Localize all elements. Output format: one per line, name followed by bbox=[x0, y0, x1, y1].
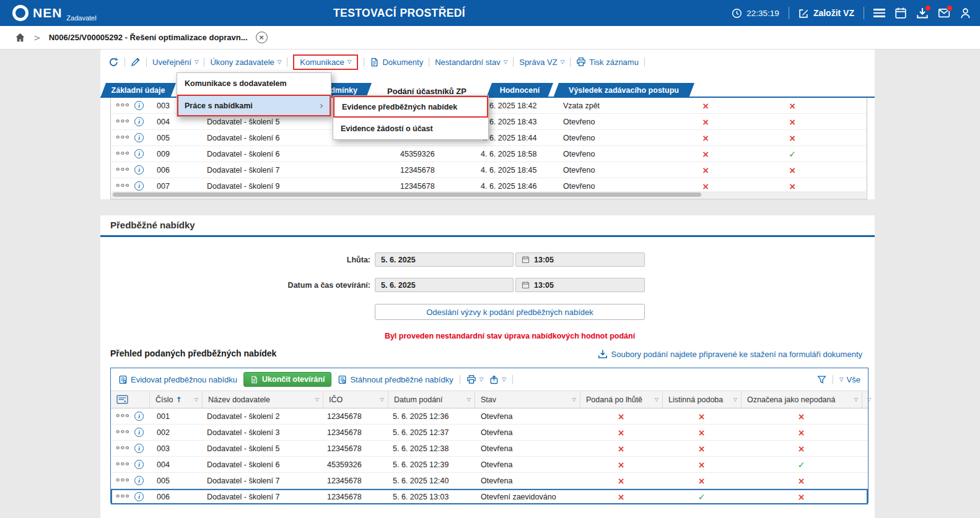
filter-icon[interactable]: ▽ bbox=[569, 397, 576, 402]
row-menu-icon[interactable]: ooo bbox=[116, 101, 130, 108]
menu-sprava-vz[interactable]: Správa VZ▽ bbox=[519, 58, 564, 67]
cell-date: 5. 6. 2025 12:36 bbox=[393, 408, 448, 424]
cell-number: 005 bbox=[157, 473, 170, 488]
close-record-icon[interactable]: × bbox=[256, 32, 268, 43]
filter-icon[interactable]: ▽ bbox=[463, 397, 471, 402]
calendar-button[interactable] bbox=[895, 7, 907, 19]
table-row[interactable]: ooo i 004 Dodavatel - školení 6 45359326… bbox=[111, 457, 868, 473]
sort-asc-icon[interactable]: ↑ bbox=[175, 395, 182, 404]
filter-icon[interactable]: ▽ bbox=[312, 397, 319, 402]
col-header-datum[interactable]: Datum podání▽ bbox=[388, 391, 475, 408]
row-menu-icon[interactable]: ooo bbox=[116, 428, 130, 434]
info-icon[interactable]: i bbox=[134, 460, 144, 469]
col-header-oznacena[interactable]: Označena jako nepodaná▽ bbox=[741, 391, 862, 408]
info-icon[interactable]: i bbox=[134, 444, 144, 453]
tab-hodnoceni[interactable]: Hodnocení bbox=[486, 83, 553, 98]
nen-logo[interactable]: NEN Zadavatel bbox=[12, 0, 97, 26]
column-settings-button[interactable] bbox=[111, 391, 149, 408]
info-icon[interactable]: i bbox=[134, 117, 144, 126]
row-menu-icon[interactable]: ooo bbox=[116, 134, 130, 140]
col-header-cislo[interactable]: Číslo↑▽ bbox=[149, 391, 202, 408]
stahnout-nabidky-button[interactable]: Stáhnout předběžné nabídky bbox=[338, 375, 453, 384]
table-row-selected[interactable]: ooo i 006 Dodavatel - školení 7 12345678… bbox=[111, 489, 868, 505]
row-menu-icon[interactable]: ooo bbox=[116, 444, 130, 451]
row-menu-icon[interactable]: ooo bbox=[116, 150, 130, 156]
info-icon[interactable]: i bbox=[134, 428, 144, 437]
tab-zakladni-udaje[interactable]: Základní údaje bbox=[100, 83, 176, 98]
info-icon[interactable]: i bbox=[134, 181, 144, 191]
filter-icon[interactable]: ▽ bbox=[851, 397, 858, 402]
cell-notsubmitted-flag: × bbox=[741, 489, 862, 504]
table-row[interactable]: ooo i 009 Dodavatel - školení 6 45359326… bbox=[111, 146, 867, 162]
downloads-button[interactable] bbox=[916, 7, 929, 19]
filter-icon[interactable]: ▽ bbox=[651, 397, 658, 402]
info-icon[interactable]: i bbox=[134, 476, 144, 485]
table-row[interactable]: ooo i 005 Dodavatel - školení 7 12345678… bbox=[111, 473, 868, 489]
row-menu-icon[interactable]: ooo bbox=[116, 182, 130, 188]
view-all-selector[interactable]: ▽ Vše bbox=[839, 375, 860, 384]
send-call-button[interactable]: Odeslání výzvy k podání předběžných nabí… bbox=[375, 304, 645, 320]
row-menu-icon[interactable]: ooo bbox=[116, 493, 130, 499]
col-header-stav[interactable]: Stav▽ bbox=[475, 391, 580, 408]
info-icon[interactable]: i bbox=[134, 492, 144, 501]
create-vz-button[interactable]: Založit VZ bbox=[798, 8, 854, 19]
filter-icon[interactable]: ▽ bbox=[191, 397, 198, 402]
scrollbar-thumb[interactable] bbox=[113, 192, 701, 197]
table-row[interactable]: ooo i 005 Dodavatel - školení 6 4. 6. 20… bbox=[111, 130, 867, 146]
menu-uverejneni[interactable]: Uveřejnění▽ bbox=[152, 58, 198, 67]
info-icon[interactable]: i bbox=[134, 101, 144, 110]
filter-button[interactable] bbox=[817, 375, 826, 384]
filter-icon[interactable]: ▽ bbox=[730, 397, 737, 402]
export-button[interactable]: ▽ bbox=[489, 375, 506, 384]
deadline-time-field[interactable]: 13:05 bbox=[515, 253, 645, 267]
refresh-button[interactable] bbox=[108, 57, 119, 67]
row-menu-icon[interactable]: ooo bbox=[116, 118, 130, 124]
evidovat-nabidku-button[interactable]: Evidovat předběžnou nabídku bbox=[118, 375, 237, 384]
horizontal-scrollbar[interactable] bbox=[112, 191, 866, 198]
menu-item-evidence-zadosti-o-ucast[interactable]: Evidence žádostí o účast bbox=[333, 118, 488, 139]
table-row[interactable]: ooo i 002 Dodavatel - školení 3 12345678… bbox=[111, 425, 868, 441]
row-menu-icon[interactable]: ooo bbox=[116, 412, 130, 418]
menu-ukony-zadavatele[interactable]: Úkony zadavatele▽ bbox=[210, 58, 281, 67]
col-header-tail[interactable]: ▽ bbox=[862, 391, 868, 408]
menu-item-evidence-predbeznych-nabidek[interactable]: Evidence předběžných nabídek bbox=[333, 96, 488, 118]
col-header-ico[interactable]: IČO▽ bbox=[323, 391, 388, 408]
menu-nestandardni-stav[interactable]: Nestandardní stav▽ bbox=[435, 58, 507, 67]
messages-button[interactable] bbox=[938, 7, 950, 19]
profile-button[interactable] bbox=[960, 7, 971, 19]
filter-icon[interactable]: ▽ bbox=[864, 397, 871, 402]
table-row[interactable]: ooo i 006 Dodavatel - školení 7 12345678… bbox=[111, 162, 867, 178]
info-icon[interactable]: i bbox=[134, 165, 144, 175]
row-menu-icon[interactable]: ooo bbox=[116, 166, 130, 172]
edit-button[interactable] bbox=[131, 57, 141, 67]
menu-komunikace[interactable]: Komunikace▽ bbox=[293, 54, 358, 70]
download-files-link[interactable]: Soubory podání najdete připravené ke sta… bbox=[598, 349, 862, 359]
print-table-button[interactable]: ▽ bbox=[466, 374, 484, 384]
info-icon[interactable]: i bbox=[134, 133, 144, 142]
notification-badge bbox=[925, 5, 931, 11]
cell-date: 5. 6. 2025 12:40 bbox=[393, 473, 448, 488]
table-row[interactable]: ooo i 003 Dodavatel - školení 5 12345678… bbox=[111, 441, 868, 457]
home-button[interactable] bbox=[15, 32, 25, 43]
menu-item-prace-s-nabidkami[interactable]: Práce s nabídkami › bbox=[177, 95, 331, 116]
print-record-button[interactable]: Tisk záznamu bbox=[576, 57, 639, 67]
info-icon[interactable]: i bbox=[134, 412, 144, 421]
deadline-date-field[interactable]: 5. 6. 2025 bbox=[375, 253, 514, 267]
opening-date-field[interactable]: 5. 6. 2025 bbox=[375, 278, 514, 292]
menu-dokumenty[interactable]: Dokumenty bbox=[370, 58, 423, 67]
row-menu-icon[interactable]: ooo bbox=[116, 477, 130, 483]
info-icon[interactable]: i bbox=[134, 149, 144, 158]
hamburger-menu-icon[interactable] bbox=[873, 9, 885, 17]
form-icon bbox=[118, 375, 128, 384]
table-row[interactable]: ooo i 001 Dodavatel - školení 2 12345678… bbox=[111, 408, 868, 425]
row-menu-icon[interactable]: ooo bbox=[116, 460, 130, 467]
opening-time-field[interactable]: 13:05 bbox=[515, 278, 645, 292]
record-breadcrumb-title[interactable]: N006/25/V00005292 - Řešení optimalizace … bbox=[49, 33, 248, 42]
col-header-lhuta[interactable]: Podaná po lhůtě▽ bbox=[580, 391, 662, 408]
col-header-nazev[interactable]: Název dodavatele▽ bbox=[202, 391, 323, 408]
tab-vysledek[interactable]: Výsledek zadávacího postupu bbox=[553, 83, 694, 98]
filter-icon[interactable]: ▽ bbox=[377, 397, 384, 402]
menu-item-komunikace-s-dodavatelem[interactable]: Komunikace s dodavatelem bbox=[177, 73, 331, 95]
col-header-listinna[interactable]: Listinná podoba▽ bbox=[662, 391, 741, 408]
ukoncit-otevirani-button[interactable]: Ukončit otevírání bbox=[243, 372, 331, 387]
